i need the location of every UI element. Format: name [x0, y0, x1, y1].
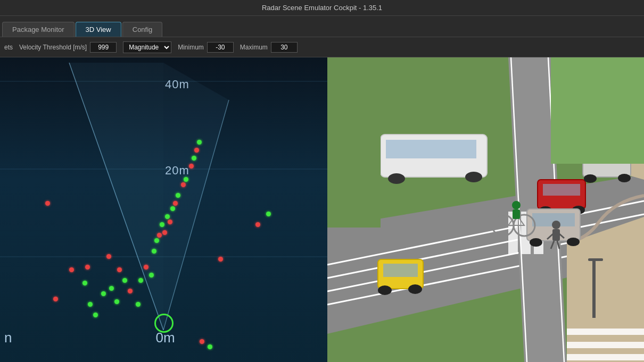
radar-dot-green [149, 273, 154, 277]
radar-dot-green [88, 302, 93, 307]
svg-rect-33 [543, 184, 580, 196]
radar-dot-green [152, 249, 156, 254]
radar-dot-red [45, 201, 50, 206]
radar-dot-red [106, 254, 111, 259]
svg-rect-56 [552, 229, 560, 241]
radar-dot-green [82, 281, 87, 285]
radar-dot-green [138, 278, 143, 283]
radar-dot-green [136, 302, 141, 307]
svg-rect-54 [513, 209, 520, 219]
radar-dot-red [189, 164, 194, 169]
svg-rect-65 [327, 57, 381, 228]
minimum-group: Minimum [178, 42, 234, 53]
svg-marker-1 [163, 63, 229, 330]
radar-dot-red [218, 257, 223, 262]
svg-point-43 [618, 174, 631, 182]
radar-dot-green [197, 140, 202, 145]
maximum-label: Maximum [240, 44, 268, 51]
svg-point-27 [465, 172, 482, 182]
radar-dot-red [173, 201, 178, 206]
svg-rect-29 [383, 264, 418, 277]
minimum-input[interactable] [207, 42, 234, 53]
radar-dot-red [53, 297, 58, 301]
zero-label: 0m [156, 330, 175, 346]
radar-dot-red [162, 230, 167, 235]
radar-dot-green [93, 313, 98, 317]
tab-config[interactable]: Config [122, 22, 163, 37]
radar-dot-red [128, 289, 133, 293]
corner-label: n [4, 330, 12, 346]
svg-point-31 [408, 284, 422, 294]
radar-dot-red [69, 267, 74, 272]
radar-dot-red [85, 265, 90, 270]
svg-point-55 [552, 221, 560, 229]
radar-dot-red [157, 233, 162, 238]
radar-dot-green [101, 291, 106, 296]
svg-rect-19 [567, 342, 644, 348]
radar-dot-red [200, 339, 204, 344]
minimum-label: Minimum [178, 44, 204, 51]
title-text: Radar Scene Emulator Cockpit - 1.35.1 [262, 4, 382, 12]
svg-point-39 [567, 238, 580, 246]
distance-20m: 20m [165, 164, 189, 178]
velocity-threshold-group: Velocity Threshold [m/s] [19, 42, 117, 53]
radar-dot-green [160, 222, 164, 227]
radar-dot-green [122, 278, 127, 283]
svg-rect-20 [567, 354, 644, 360]
svg-rect-18 [567, 329, 644, 335]
radar-dot-green [154, 238, 159, 243]
radar-dot-green [109, 286, 114, 291]
radar-dot-green [192, 156, 196, 161]
radar-dot-red [168, 220, 172, 224]
radar-dot-red [144, 265, 148, 270]
scene-svg [327, 57, 644, 362]
svg-rect-25 [386, 140, 476, 158]
svg-rect-63 [592, 259, 596, 318]
svg-rect-64 [588, 258, 603, 261]
scene-panel [327, 57, 644, 362]
tab-3d-view[interactable]: 3D View [76, 22, 121, 37]
svg-point-42 [584, 174, 597, 183]
radar-dot-red [181, 182, 186, 187]
tab-bar: Package Monitor 3D View Config [0, 16, 644, 37]
svg-point-53 [512, 201, 521, 209]
distance-40m: 40m [165, 78, 189, 91]
radar-panel: 40m 20m 0m n [0, 57, 327, 362]
radar-dot-red [117, 267, 122, 272]
radar-dot-green [266, 212, 271, 216]
radar-dot-red [194, 148, 199, 153]
velocity-threshold-label: Velocity Threshold [m/s] [19, 44, 87, 51]
targets-label: ets [4, 44, 13, 51]
svg-rect-66 [551, 57, 644, 164]
maximum-input[interactable] [271, 42, 298, 53]
radar-dot-green [165, 214, 170, 219]
toolbar: ets Velocity Threshold [m/s] Magnitude M… [0, 37, 644, 57]
radar-dot-green [170, 206, 175, 211]
main-content: 40m 20m 0m n [0, 57, 644, 362]
svg-point-38 [530, 238, 542, 247]
magnitude-select[interactable]: Magnitude [123, 41, 171, 53]
maximum-group: Maximum [240, 42, 298, 53]
radar-dot-green [184, 177, 188, 182]
title-bar: Radar Scene Emulator Cockpit - 1.35.1 [0, 0, 644, 16]
radar-dot-green [208, 344, 212, 349]
radar-dot-green [114, 299, 119, 304]
tab-package-monitor[interactable]: Package Monitor [2, 22, 75, 37]
svg-point-26 [388, 173, 405, 184]
radar-dot-green [176, 193, 180, 198]
svg-point-30 [378, 285, 392, 295]
velocity-threshold-input[interactable] [90, 42, 117, 53]
radar-dot-red [255, 222, 260, 227]
